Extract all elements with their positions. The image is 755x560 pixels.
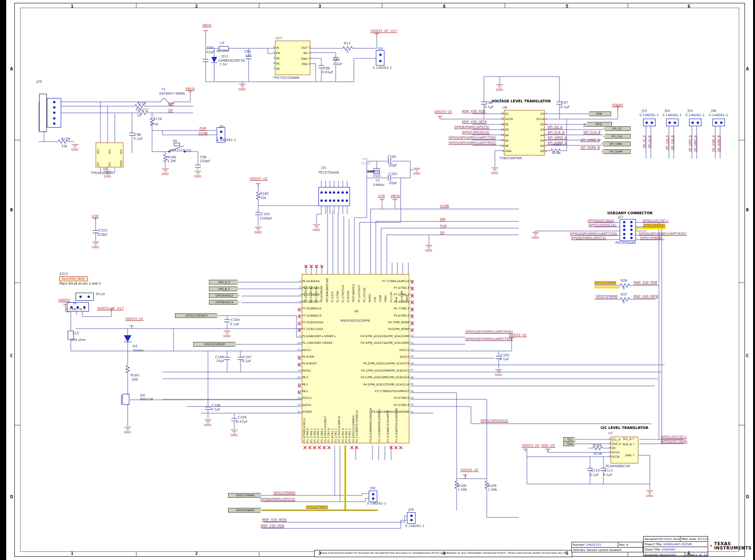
pin-number: 48 — [410, 362, 418, 365]
pin-row: P5.6/TB0.055 — [346, 313, 418, 317]
pin-name-vssu: VSSU — [384, 275, 387, 302]
connector-j29-usb[interactable] — [47, 98, 61, 128]
pin-row: P4.4/PM_UCA1TXD/PM_UCA1SIMO51 — [346, 341, 418, 345]
pin-row: 6OE — [603, 446, 633, 450]
label-c66: C66 — [323, 67, 330, 70]
connector-pin-dot — [630, 225, 633, 227]
label-dp: DP — [168, 109, 173, 112]
pin-number: 13 — [293, 362, 301, 365]
net-tag-pdb: PDB — [587, 111, 611, 116]
connector-pin-dot — [346, 199, 348, 202]
label-c99: C99 — [200, 156, 207, 159]
label-msp-430-intb: MSP_430_INTB — [262, 518, 286, 522]
pin-row: P4.3/PM_UCB1CLK/PM_UCA1STE48 — [346, 362, 418, 365]
connector-pin-dot — [651, 121, 653, 124]
pin-name-p1-1-ta0-0: P1.1/TA0.0 — [306, 404, 309, 442]
connector-j56[interactable] — [712, 119, 725, 126]
label-l9: L9 — [220, 42, 224, 45]
label-pur: PUR — [199, 127, 206, 131]
label-msp-430-intb: MSP_430_INTB — [462, 121, 486, 124]
u6-bottom-pins-a: P1.0/TA0CLK/ACLKP1.1/TA0.0P1.2/TA0.1P1.3… — [303, 404, 358, 442]
u5-top-pins: VCCIO4IO3 — [97, 143, 122, 154]
label-gnd: GND — [92, 246, 99, 249]
connector-pin-dot — [220, 131, 222, 133]
label-spi-simo-a: SPI_SIMO_A — [547, 136, 567, 140]
pin-row: GND4 — [282, 56, 316, 60]
variant-label: Assembly Variant: — [645, 553, 670, 556]
label-j4: J4 — [73, 302, 77, 305]
label-spi-ss-a: SPI_SS_A — [547, 126, 562, 129]
label-5: 5 — [566, 552, 569, 556]
connector-pin-dot — [674, 121, 676, 124]
connector-j31[interactable] — [318, 187, 350, 206]
pin-name-pu-1-dp: PU.1/DP — [390, 275, 393, 302]
pin-row: GND2 — [615, 453, 640, 457]
pin-name-a2: A2 — [540, 122, 544, 126]
net-tag-spi-clk: SPI_CLK — [603, 134, 631, 139]
connector-j53[interactable] — [643, 119, 656, 126]
connector-j54[interactable] — [666, 119, 678, 126]
label-gnd: GND — [124, 431, 131, 434]
pin-name-p2-2-ta2clk-smclk: P2.2/TA2CLK/SMCLK — [338, 404, 340, 442]
pin-number: 46 — [410, 376, 418, 379]
pin-row: P4.6/PM_NONE53 — [346, 327, 418, 331]
rev-label: Rev: — [619, 543, 625, 546]
label-spi-clk-b: SPI_CLK_B — [583, 131, 601, 134]
label-2: 2 — [195, 552, 198, 556]
connector-pin-dot — [646, 121, 648, 124]
pin-name-en: EN — [276, 51, 280, 55]
pin-name-b1: B1 — [505, 112, 509, 115]
pin-name-vccb: VCCB — [505, 117, 513, 121]
label-r108: R108 — [458, 484, 466, 488]
label-5-146261-1: 5-146261-1 — [372, 66, 392, 70]
pin-name-nc: NC — [276, 62, 280, 65]
pin-name-p5-4-xin: P5.4/XIN — [302, 355, 314, 358]
pin-name-pj-2-tms: PJ.2/TMS — [336, 275, 339, 302]
connector-j55[interactable] — [689, 119, 701, 126]
pin-number: 6 — [603, 446, 611, 449]
label-sh-j4: SH-J4 — [96, 293, 105, 296]
pin-name-b3: B3 — [505, 128, 509, 131]
connector-j30[interactable] — [376, 50, 384, 66]
pin-name-v18: V18 — [373, 275, 376, 302]
label-pec05daan: PEC05DAAN — [615, 242, 636, 245]
label-gpio7-pwm0: GPIO7/PWM0 — [274, 492, 295, 495]
pin-name-p3-1-ucb0somi-ucb0scl: P3.1/UCB0SOMI/UCB0SCL — [378, 404, 381, 442]
label-gnd: GND — [496, 88, 503, 92]
u6-top-pins: P6.3/CB3/A3P6.2/CB2/A2P6.1/CB1/A1P6.0/CB… — [304, 275, 408, 302]
connector-pin-dot — [410, 519, 413, 521]
pin-number: 7 — [267, 67, 275, 70]
label-gpio2-spi-sclk: GPIO2/SPI(SCLK) — [589, 224, 616, 227]
pin-name-p1-7-ta1-0: P1.7/TA1.0 — [327, 404, 330, 442]
label-spi-simo-b: SPI_SIMO_B — [694, 135, 697, 152]
label-u6: U6 — [354, 310, 359, 313]
connector-j57-usb2any[interactable] — [620, 219, 636, 241]
label-tca9406dcur: TCA9406DCUR — [605, 465, 630, 468]
connector-j59[interactable] — [407, 512, 416, 524]
pin-number: 54 — [410, 320, 418, 323]
assembly-note-text: Place SH-J4 on pin 2 and 3 — [59, 282, 100, 285]
label-r179: R179 — [61, 138, 70, 141]
label-j55: J55 — [688, 110, 693, 113]
pin-number: 6 — [267, 62, 275, 65]
label-gpio3-pwm2: GPIO3/PWM2 — [306, 505, 328, 509]
pin-name-b4: B4 — [505, 133, 509, 137]
label-vdd-i2c: VDD_I2C — [541, 444, 555, 448]
pin-name-p1-6-ta1clk-cbout: P1.6/TA1CLK/CBOUT — [324, 404, 327, 442]
pin-number: 50 — [410, 348, 418, 351]
mod-date-label: Mod. Date: — [681, 537, 697, 540]
label-2: 2 — [195, 5, 198, 9]
rev-value: A — [626, 543, 628, 546]
pin-number: 55 — [410, 314, 418, 317]
label-vbus: VBUS — [202, 24, 211, 27]
label-vdd33: VDD33 — [58, 299, 70, 302]
pin-name-gnd: GND — [505, 149, 512, 153]
label-200: 200 — [131, 378, 138, 382]
pin-name-oe: OE — [540, 149, 544, 153]
connector-pin-dot — [337, 191, 339, 194]
connector-j58[interactable] — [369, 491, 377, 502]
pin-name-p7-3-cb11-a15: P7.3/CB11/A15 — [302, 327, 323, 330]
pin-name-p2-1-ta1-2: P2.1/TA1.2 — [334, 404, 337, 442]
shunt-sh-j4[interactable] — [76, 293, 94, 301]
pin-name-a4: A4 — [540, 133, 544, 137]
